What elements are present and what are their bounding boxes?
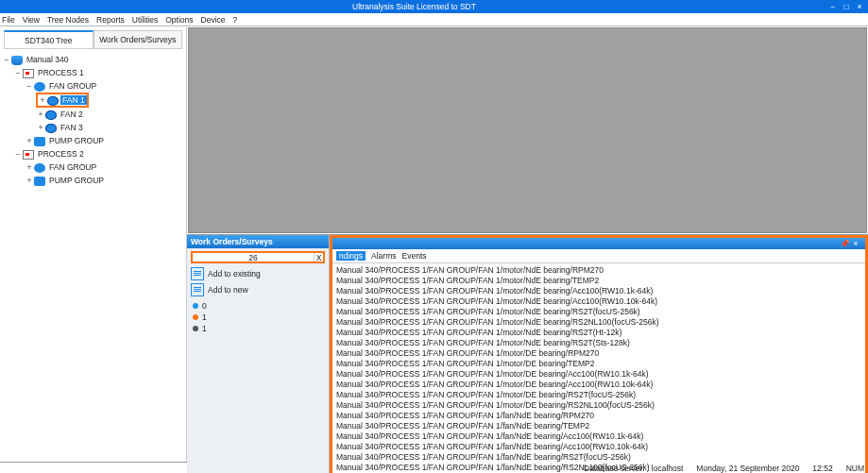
menu-file[interactable]: File (2, 15, 15, 25)
tree-pumpgroup2[interactable]: PUMP GROUP (47, 176, 106, 185)
list-item[interactable]: Manual 340/PROCESS 1/FAN GROUP/FAN 1/fan… (334, 442, 863, 452)
fan-group-icon (34, 82, 45, 92)
window-title: Ultranalysis Suite Licensed to SDT (2, 2, 826, 11)
list-item[interactable]: Manual 340/PROCESS 1/FAN GROUP/FAN 1/mot… (334, 348, 863, 359)
tab-tree[interactable]: SDT340 Tree (4, 30, 94, 48)
tree-fangroup2[interactable]: FAN GROUP (47, 162, 98, 172)
status-time: 12:52 (812, 464, 832, 473)
pin-button[interactable]: 📌 (839, 239, 850, 248)
legend-dark-count: 1 (202, 324, 207, 333)
legend-dot-dark (193, 326, 198, 331)
tree-fan1[interactable]: FAN 1 (60, 95, 87, 105)
process-icon (23, 150, 34, 160)
list-icon (191, 283, 204, 296)
tree-expander[interactable]: + (25, 160, 34, 174)
tree-fan3[interactable]: FAN 3 (59, 123, 85, 132)
list-item[interactable]: Manual 340/PROCESS 1/FAN GROUP/FAN 1/mot… (334, 380, 863, 390)
list-item[interactable]: Manual 340/PROCESS 1/FAN GROUP/FAN 1/mot… (334, 276, 863, 286)
list-item[interactable]: Manual 340/PROCESS 1/FAN GROUP/FAN 1/fan… (334, 411, 863, 421)
menu-options[interactable]: Options (165, 15, 193, 25)
tree-fangroup[interactable]: FAN GROUP (47, 81, 98, 91)
titlebar: Ultranalysis Suite Licensed to SDT − □ × (0, 0, 868, 13)
tree-view[interactable]: −Manual 340 −PROCESS 1 −FAN GROUP +FAN 1… (0, 49, 186, 462)
status-date: Monday, 21 September 2020 (696, 464, 799, 473)
status-num: NUM (846, 464, 864, 473)
tree-selection-highlight: +FAN 1 (36, 93, 89, 108)
pump-group-icon (34, 177, 45, 186)
list-item[interactable]: Manual 340/PROCESS 1/FAN GROUP/FAN 1/mot… (334, 328, 863, 338)
empty-viewport (188, 27, 867, 233)
minimize-button[interactable]: − (826, 1, 840, 12)
list-item[interactable]: Manual 340/PROCESS 1/FAN GROUP/FAN 1/fan… (334, 421, 863, 431)
list-item[interactable]: Manual 340/PROCESS 1/FAN GROUP/FAN 1/mot… (334, 265, 863, 276)
legend-orange-count: 1 (202, 313, 207, 322)
database-icon (11, 56, 23, 65)
legend-dot-orange (193, 314, 198, 320)
maximize-button[interactable]: □ (840, 1, 853, 12)
list-item[interactable]: Manual 340/PROCESS 1/FAN GROUP/FAN 1/fan… (334, 431, 863, 442)
tree-expander[interactable]: + (38, 94, 47, 106)
menu-utilities[interactable]: Utilities (132, 15, 158, 25)
tab-workorders[interactable]: Work Orders/Surveys (94, 30, 183, 48)
menu-treenodes[interactable]: Tree Nodes (47, 15, 89, 25)
tree-expander[interactable]: − (13, 147, 23, 160)
list-item[interactable]: Manual 340/PROCESS 1/FAN GROUP/FAN 1/mot… (334, 307, 863, 317)
right-pane: Work Orders/Surveys 26 X Add to existing… (187, 26, 868, 462)
list-item[interactable]: Manual 340/PROCESS 1/FAN GROUP/FAN 1/mot… (334, 390, 863, 400)
workorders-count: 26 (193, 253, 314, 262)
legend-dot-blue (193, 303, 198, 309)
detail-panel: 📌 × ndings Alarms Events Manual 340/PROC… (330, 235, 868, 473)
add-to-new-label: Add to new (208, 285, 248, 295)
list-item[interactable]: Manual 340/PROCESS 1/FAN GROUP/FAN 1/mot… (334, 338, 863, 348)
tree-expander[interactable]: + (36, 108, 45, 121)
pump-group-icon (34, 137, 45, 146)
workorders-actions: Add to existing Add to new (187, 264, 329, 299)
main-area: SDT340 Tree Work Orders/Surveys −Manual … (0, 26, 868, 462)
workorders-panel: Work Orders/Surveys 26 X Add to existing… (187, 235, 330, 473)
subtab-alarms[interactable]: Alarms (371, 251, 396, 261)
sidebar-tabs: SDT340 Tree Work Orders/Surveys (4, 30, 182, 49)
fan-icon (45, 110, 57, 120)
list-item[interactable]: Manual 340/PROCESS 1/FAN GROUP/FAN 1/mot… (334, 369, 863, 380)
list-item[interactable]: Manual 340/PROCESS 1/FAN GROUP/FAN 1/mot… (334, 359, 863, 369)
tree-expander[interactable]: + (25, 174, 34, 187)
subtab-settings[interactable]: ndings (336, 251, 366, 261)
workorders-count-box: 26 X (191, 251, 325, 263)
list-icon (191, 267, 204, 280)
close-button[interactable]: × (853, 1, 866, 12)
process-icon (23, 69, 34, 78)
tree-root[interactable]: Manual 340 (25, 55, 70, 64)
fan-icon (45, 124, 57, 133)
tree-pumpgroup[interactable]: PUMP GROUP (47, 136, 106, 145)
detail-list[interactable]: Manual 340/PROCESS 1/FAN GROUP/FAN 1/mot… (332, 263, 865, 473)
list-item[interactable]: Manual 340/PROCESS 1/FAN GROUP/FAN 1/mot… (334, 400, 863, 411)
tree-fan2[interactable]: FAN 2 (59, 110, 85, 119)
list-item[interactable]: Manual 340/PROCESS 1/FAN GROUP/FAN 1/mot… (334, 317, 863, 328)
fan-icon (47, 96, 59, 106)
add-to-new-button[interactable]: Add to new (191, 283, 325, 296)
tree-expander[interactable]: + (25, 134, 34, 147)
list-item[interactable]: Manual 340/PROCESS 1/FAN GROUP/FAN 1/fan… (334, 452, 863, 463)
workorders-clear-button[interactable]: X (314, 253, 323, 262)
tree-expander[interactable]: − (13, 66, 23, 79)
list-item[interactable]: Manual 340/PROCESS 1/FAN GROUP/FAN 1/mot… (334, 286, 863, 296)
legend: 0 1 1 (187, 299, 329, 337)
add-to-existing-button[interactable]: Add to existing (191, 267, 325, 280)
tree-process1[interactable]: PROCESS 1 (36, 68, 86, 77)
subtab-events[interactable]: Events (402, 251, 427, 261)
tree-process2[interactable]: PROCESS 2 (36, 149, 86, 159)
tree-expander[interactable]: − (2, 53, 11, 66)
tree-expander[interactable]: + (36, 121, 45, 134)
menu-device[interactable]: Device (201, 15, 226, 25)
fan-group-icon (34, 163, 45, 173)
menu-reports[interactable]: Reports (96, 15, 125, 25)
status-server: Database server: : localhost (584, 464, 683, 473)
sidebar: SDT340 Tree Work Orders/Surveys −Manual … (0, 26, 187, 462)
bottom-pane: Work Orders/Surveys 26 X Add to existing… (187, 234, 868, 473)
tree-expander[interactable]: − (25, 79, 34, 93)
menu-view[interactable]: View (23, 15, 40, 25)
menu-help[interactable]: ? (233, 15, 238, 25)
list-item[interactable]: Manual 340/PROCESS 1/FAN GROUP/FAN 1/mot… (334, 296, 863, 307)
panel-close-button[interactable]: × (850, 239, 861, 248)
detail-header: 📌 × (332, 238, 865, 249)
